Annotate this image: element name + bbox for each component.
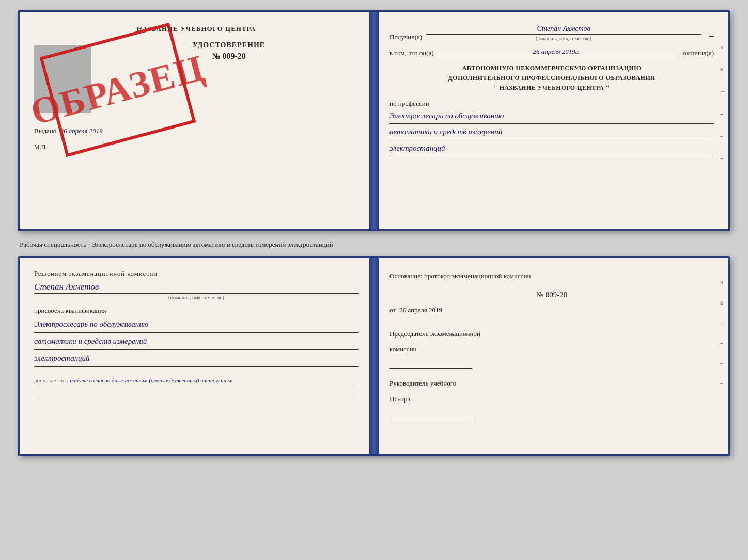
book-spine [369,12,379,229]
cert-main: УДОСТОВЕРЕНИЕ № 009-20 [99,41,359,113]
in-that-row: в том, что он(а) 26 апреля 2019г. окончи… [389,47,714,57]
received-name-value: Степан Ахметов [426,25,701,35]
protocol-date-prefix: от [389,306,396,314]
exam-decision-label: Решением экзаменационной комиссии [34,269,359,278]
exam-qual-line1: Электрослесарь по обслуживанию [34,318,359,333]
exam-qual-line3: электростанций [34,352,359,367]
cert-issued-row: Выдано 26 апреля 2019 [34,127,359,135]
in-that-suffix: окончил(а) [683,49,714,57]
side-marks: и а ← – – – – [720,43,726,184]
head-sig-line [389,408,472,418]
org-line1: АВТОНОМНУЮ НЕКОММЕРЧЕСКУЮ ОРГАНИЗАЦИЮ [389,63,714,73]
profession-value1: Электрослесарь по обслуживанию [389,110,714,124]
org-line3: " НАЗВАНИЕ УЧЕБНОГО ЦЕНТРА " [389,83,714,93]
cert-doc-title: УДОСТОВЕРЕНИЕ [193,41,265,50]
dash-mark: – [709,30,714,41]
received-name-container: Степан Ахметов (фамилия, имя, отчество) [426,25,701,41]
chairman-label2: комиссии [389,343,714,356]
profession-value2: автоматики и средств измерений [389,126,714,140]
subtitle-text: Рабочая специальность - Электрослесарь п… [18,237,730,250]
in-that-label: в том, что он(а) [389,49,434,57]
chairman-sig-line [389,358,472,369]
cert-photo [34,45,91,113]
exam-book-spine [369,258,379,454]
protocol-date-value: 26 апреля 2019 [399,306,442,314]
exam-side-marks: и а ← – – – – [720,279,726,407]
protocol-number: № 009-20 [389,287,714,302]
chairman-label1: Председатель экзаменационной [389,327,714,341]
org-block: АВТОНОМНУЮ НЕКОММЕРЧЕСКУЮ ОРГАНИЗАЦИЮ ДО… [389,63,714,93]
exam-allow-value: работе согласно должностным (производств… [70,377,232,383]
received-row: Получил(а) Степан Ахметов (фамилия, имя,… [389,25,714,41]
cert-mp: М.П. [34,143,359,151]
head-label1: Руководитель учебного [389,377,714,390]
exam-right-page: Основание: протокол экзаменационной коми… [374,258,728,454]
exam-right-content: Основание: протокол экзаменационной коми… [389,269,714,418]
in-that-date-container: 26 апреля 2019г. [438,47,675,57]
head-label2: Центра [389,392,714,406]
chairman-block: Председатель экзаменационной комиссии [389,327,714,369]
basis-label: Основание: протокол экзаменационной коми… [389,269,714,283]
exam-assigned-label: присвоена квалификация [34,307,359,315]
cert-issued-date: 26 апреля 2019 [60,127,103,135]
certificate-book: НАЗВАНИЕ УЧЕБНОГО ЦЕНТРА УДОСТОВЕРЕНИЕ №… [18,10,730,231]
cert-body: УДОСТОВЕРЕНИЕ № 009-20 [34,41,359,113]
received-label: Получил(а) [389,33,422,41]
protocol-date: от 26 апреля 2019 [389,303,714,317]
exam-name-sublabel: (фамилия, имя, отчество) [34,293,359,300]
exam-allow-label: допускается к [34,377,68,383]
head-block: Руководитель учебного Центра [389,377,714,418]
cert-school-name: НАЗВАНИЕ УЧЕБНОГО ЦЕНТРА [34,25,359,33]
exam-name: Степан Ахметов [34,282,359,292]
exam-left-page: Решением экзаменационной комиссии Степан… [20,258,374,454]
received-sublabel: (фамилия, имя, отчество) [426,36,701,41]
exam-book: Решением экзаменационной комиссии Степан… [18,256,730,456]
cert-right-page: Получил(а) Степан Ахметов (фамилия, имя,… [374,12,728,229]
in-that-date-value: 26 апреля 2019г. [438,47,675,57]
exam-allow-line [34,389,359,399]
cert-issued-label: Выдано [34,127,56,135]
org-line2: ДОПОЛНИТЕЛЬНОГО ПРОФЕССИОНАЛЬНОГО ОБРАЗО… [389,73,714,83]
cert-doc-number: № 009-20 [212,52,245,61]
profession-label: по профессии [389,100,714,108]
exam-qual-line2: автоматики и средств измерений [34,335,359,350]
cert-left-page: НАЗВАНИЕ УЧЕБНОГО ЦЕНТРА УДОСТОВЕРЕНИЕ №… [20,12,374,229]
exam-allow-row: допускается к работе согласно должностны… [34,375,359,387]
profession-value3: электростанций [389,142,714,157]
